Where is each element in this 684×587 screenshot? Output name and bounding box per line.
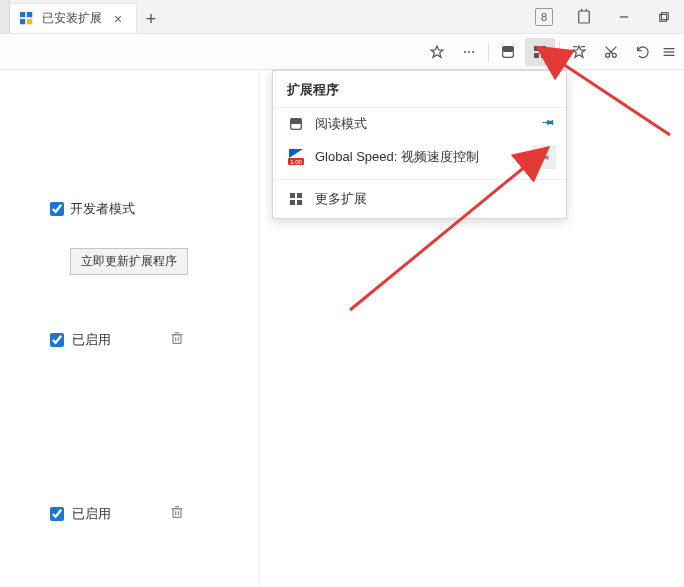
svg-rect-29 — [173, 509, 181, 518]
svg-marker-14 — [573, 46, 585, 57]
reading-mode-ext-icon — [287, 115, 305, 133]
popup-header: 扩展程序 — [273, 71, 566, 108]
reading-mode-icon[interactable] — [493, 38, 523, 66]
developer-mode-row: 开发者模式 — [50, 200, 259, 218]
grid-icon — [287, 190, 305, 208]
enabled-checkbox-2[interactable] — [50, 507, 64, 521]
svg-rect-24 — [173, 335, 181, 344]
screenshot-icon[interactable] — [564, 3, 604, 31]
extensions-button[interactable] — [525, 38, 555, 66]
svg-point-9 — [464, 51, 466, 53]
developer-mode-checkbox[interactable] — [50, 202, 64, 216]
more-dots-icon[interactable] — [454, 38, 484, 66]
new-tab-button[interactable]: + — [137, 5, 165, 33]
enabled-label: 已启用 — [72, 331, 111, 349]
svg-rect-7 — [661, 12, 668, 19]
window-maximize-button[interactable] — [644, 3, 684, 31]
svg-rect-35 — [291, 118, 302, 123]
svg-rect-3 — [27, 19, 32, 24]
tab-count-badge[interactable]: 8 — [524, 3, 564, 31]
popup-item-label: 阅读模式 — [315, 115, 530, 133]
browser-tab[interactable]: 已安装扩展 × — [10, 3, 137, 33]
collections-icon[interactable] — [564, 38, 594, 66]
popup-item-global-speed[interactable]: 1.00 Global Speed: 视频速度控制 — [273, 139, 566, 175]
scissors-icon[interactable] — [596, 38, 626, 66]
extension-enabled-row: 已启用 — [50, 504, 185, 523]
svg-rect-2 — [20, 19, 25, 24]
undo-icon[interactable] — [628, 38, 658, 66]
tab-favicon — [20, 12, 34, 26]
update-extensions-button[interactable]: 立即更新扩展程序 — [70, 248, 188, 275]
tab-close-button[interactable]: × — [110, 11, 126, 27]
developer-mode-label: 开发者模式 — [70, 200, 135, 218]
svg-rect-0 — [20, 12, 25, 17]
menu-icon[interactable] — [660, 38, 678, 66]
tab-title: 已安装扩展 — [42, 10, 102, 27]
enabled-label: 已启用 — [72, 505, 111, 523]
svg-marker-36 — [289, 149, 303, 158]
extension-enabled-row: 已启用 — [50, 330, 185, 349]
svg-rect-6 — [660, 14, 667, 21]
favorite-star-icon[interactable] — [422, 38, 452, 66]
svg-text:1.00: 1.00 — [290, 159, 302, 165]
window-minimize-button[interactable] — [604, 3, 644, 31]
trash-icon[interactable] — [169, 330, 185, 349]
svg-point-11 — [472, 51, 474, 53]
svg-marker-8 — [431, 46, 443, 57]
pin-icon[interactable] — [540, 114, 556, 133]
extensions-popup: 扩展程序 阅读模式 1.00 Global Speed: 视频速度控制 — [272, 70, 567, 219]
svg-rect-4 — [579, 11, 590, 23]
global-speed-ext-icon: 1.00 — [287, 148, 305, 166]
svg-rect-13 — [503, 46, 514, 51]
grid-icon — [534, 46, 546, 58]
enabled-checkbox-1[interactable] — [50, 333, 64, 347]
popup-more-extensions[interactable]: 更多扩展 — [273, 184, 566, 214]
pin-icon-unpinned[interactable] — [532, 145, 556, 169]
popup-item-label: Global Speed: 视频速度控制 — [315, 148, 522, 166]
trash-icon[interactable] — [169, 504, 185, 523]
popup-item-reading-mode[interactable]: 阅读模式 — [273, 108, 566, 139]
svg-point-10 — [468, 51, 470, 53]
svg-rect-1 — [27, 12, 32, 17]
popup-more-label: 更多扩展 — [315, 190, 556, 208]
